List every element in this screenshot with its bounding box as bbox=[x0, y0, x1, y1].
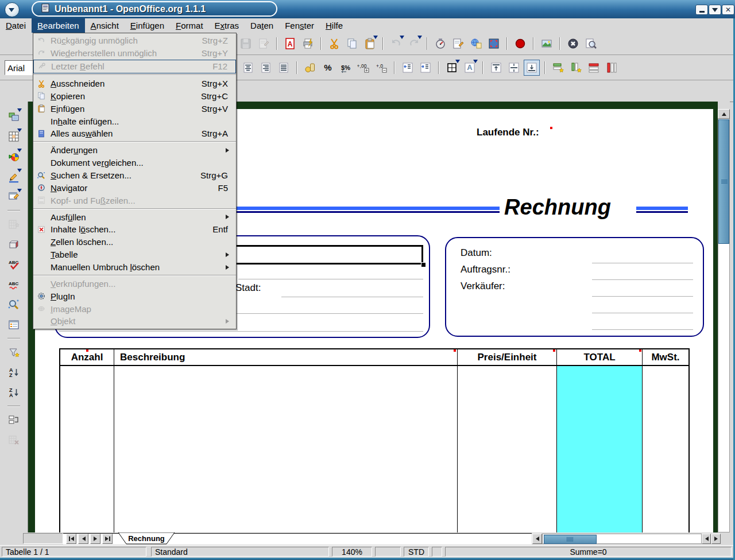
group-icon[interactable] bbox=[6, 412, 22, 428]
indent-increase-icon[interactable] bbox=[417, 60, 434, 76]
percent-icon[interactable]: % bbox=[320, 60, 336, 76]
first-sheet-button[interactable] bbox=[66, 534, 76, 544]
menu-item-manuellen-umbruch-l-schen[interactable]: Manuellen Umbruch löschen bbox=[33, 261, 236, 274]
menu-item-zellen-l-schen[interactable]: Zellen löschen... bbox=[33, 236, 236, 248]
paste-icon[interactable] bbox=[362, 36, 378, 52]
dropdown-arrow-icon[interactable] bbox=[17, 108, 22, 114]
dropdown-arrow-icon[interactable] bbox=[17, 149, 22, 154]
selection-mode-field[interactable]: STD bbox=[404, 547, 429, 557]
zoom-field[interactable]: 140% bbox=[332, 547, 372, 557]
menu-item-nderungen[interactable]: Änderungen bbox=[33, 144, 236, 157]
previous-sheet-button[interactable] bbox=[78, 534, 88, 544]
align-top-icon[interactable] bbox=[488, 60, 504, 76]
cut-icon[interactable] bbox=[326, 36, 342, 52]
align-bottom-icon[interactable] bbox=[524, 60, 540, 76]
find-replace-icon[interactable] bbox=[6, 297, 22, 313]
dropdown-arrow-icon[interactable] bbox=[455, 60, 460, 65]
menu-item-imagemap[interactable]: ImageMap bbox=[33, 302, 236, 315]
sheet-position-field[interactable]: Tabelle 1 / 1 bbox=[2, 547, 146, 557]
selection-handle[interactable] bbox=[421, 262, 426, 267]
menu-item-navigator[interactable]: NavigatorF5 bbox=[33, 181, 236, 194]
menubar-item-extras[interactable]: Extras bbox=[209, 18, 245, 33]
dropdown-arrow-icon[interactable] bbox=[17, 189, 22, 195]
scroll-left-button[interactable] bbox=[532, 534, 542, 544]
copy-icon[interactable] bbox=[344, 36, 360, 52]
menu-item-letzter-befehl[interactable]: Letzter BefehlF12 bbox=[33, 60, 236, 73]
spellcheck-icon[interactable]: ABC bbox=[6, 256, 22, 273]
menu-item-ausf-llen[interactable]: Ausfüllen bbox=[33, 211, 236, 223]
menubar-item-datei[interactable]: Datei bbox=[0, 18, 32, 33]
split-right-button[interactable] bbox=[711, 534, 721, 544]
insert-columns-icon[interactable] bbox=[568, 60, 584, 76]
vertical-scroll-thumb[interactable] bbox=[718, 119, 729, 244]
minimize-button[interactable] bbox=[695, 5, 708, 15]
delete-columns-icon[interactable] bbox=[604, 60, 620, 76]
web-page-icon[interactable] bbox=[468, 36, 484, 52]
page-style-field[interactable]: Standard bbox=[151, 547, 329, 557]
next-sheet-button[interactable] bbox=[90, 534, 100, 544]
menubar-item-format[interactable]: Format bbox=[170, 18, 209, 33]
menu-item-einf-gen[interactable]: EinfügenStrg+V bbox=[33, 102, 236, 115]
menu-item-suchen-ersetzen[interactable]: Suchen & Ersetzen...Strg+G bbox=[33, 169, 236, 182]
menu-item-alles-ausw-hlen[interactable]: Alles auswählenStrg+A bbox=[33, 127, 236, 140]
menu-item-ausschneiden[interactable]: AusschneidenStrg+X bbox=[33, 77, 236, 90]
menu-item-tabelle[interactable]: Tabelle bbox=[33, 248, 236, 261]
menubar-item-ansicht[interactable]: Ansicht bbox=[85, 18, 125, 33]
align-center-icon[interactable] bbox=[240, 60, 256, 76]
delete-rows-icon[interactable] bbox=[586, 60, 602, 76]
vertical-scrollbar[interactable] bbox=[718, 102, 730, 532]
horizontal-scroll-thumb[interactable] bbox=[544, 535, 597, 544]
menu-item-inhalte-einf-gen[interactable]: Inhalte einfügen... bbox=[33, 115, 236, 127]
menubar-item-hilfe[interactable]: Hilfe bbox=[320, 18, 349, 33]
insert-rows-icon[interactable] bbox=[550, 60, 566, 76]
insert-object-icon[interactable] bbox=[6, 108, 22, 125]
menu-item-kopieren[interactable]: KopierenStrg+C bbox=[33, 90, 236, 102]
sort-ascending-icon[interactable]: AZ bbox=[6, 364, 22, 380]
currency-icon[interactable] bbox=[302, 60, 318, 76]
draw-functions-icon[interactable] bbox=[6, 169, 22, 185]
menu-item-verkn-pfungen[interactable]: Verknüpfungen... bbox=[33, 277, 236, 290]
insert-chart-icon[interactable] bbox=[6, 149, 22, 165]
edit-document-icon[interactable] bbox=[450, 36, 466, 52]
standard-format-icon[interactable]: $% bbox=[338, 60, 354, 76]
scroll-up-button[interactable] bbox=[718, 109, 730, 119]
menu-item-wiederherstellen-unm-glich[interactable]: Wiederherstellen unmöglichStrg+Y bbox=[33, 47, 236, 60]
hyperlink-icon[interactable] bbox=[432, 36, 448, 52]
last-sheet-button[interactable] bbox=[102, 534, 113, 544]
data-sources-icon[interactable] bbox=[6, 317, 22, 333]
menu-item-r-ckg-ngig-unm-glich[interactable]: Rückgängig unmöglichStrg+Z bbox=[33, 34, 236, 47]
themes-icon[interactable] bbox=[6, 236, 22, 252]
indent-decrease-icon[interactable] bbox=[400, 60, 416, 76]
menubar-item-daten[interactable]: Daten bbox=[245, 18, 279, 33]
dropdown-arrow-icon[interactable] bbox=[373, 36, 378, 41]
borders-icon[interactable] bbox=[444, 60, 460, 76]
split-left-button[interactable] bbox=[702, 534, 711, 544]
record-macro-icon[interactable] bbox=[512, 36, 528, 52]
align-right-icon[interactable] bbox=[258, 60, 274, 76]
dropdown-arrow-icon[interactable] bbox=[17, 129, 22, 134]
gallery-icon[interactable] bbox=[539, 36, 555, 52]
menubar-item-bearbeiten[interactable]: Bearbeiten bbox=[32, 18, 85, 33]
window-menu-button[interactable] bbox=[5, 2, 20, 17]
autofilter-icon[interactable] bbox=[6, 344, 22, 360]
fullscreen-icon[interactable] bbox=[486, 36, 502, 52]
add-decimal-icon[interactable]: +,00 bbox=[355, 60, 372, 76]
menu-item-dokument-vergleichen[interactable]: Dokument vergleichen... bbox=[33, 157, 236, 169]
align-middle-icon[interactable] bbox=[506, 60, 522, 76]
dropdown-arrow-icon[interactable] bbox=[17, 169, 22, 174]
horizontal-scroll-track[interactable] bbox=[542, 534, 702, 544]
justify-icon[interactable] bbox=[276, 60, 292, 76]
menubar-item-fenster[interactable]: Fenster bbox=[279, 18, 320, 33]
autospellcheck-icon[interactable]: ABC bbox=[6, 277, 22, 293]
menu-item-objekt[interactable]: Objekt bbox=[33, 315, 236, 328]
dropdown-arrow-icon[interactable] bbox=[417, 36, 422, 41]
maximize-button[interactable] bbox=[709, 5, 721, 15]
menu-item-inhalte-l-schen[interactable]: Inhalte löschen...Entf bbox=[33, 223, 236, 236]
export-pdf-icon[interactable]: A bbox=[282, 36, 298, 52]
background-color-icon[interactable]: A bbox=[462, 60, 478, 76]
dropdown-arrow-icon[interactable] bbox=[473, 60, 478, 65]
menu-item-plugin[interactable]: PlugIn bbox=[33, 290, 236, 302]
dropdown-arrow-icon[interactable] bbox=[400, 36, 404, 41]
sort-descending-icon[interactable]: ZA bbox=[6, 384, 22, 400]
remove-decimal-icon[interactable]: +,0 bbox=[373, 60, 389, 76]
